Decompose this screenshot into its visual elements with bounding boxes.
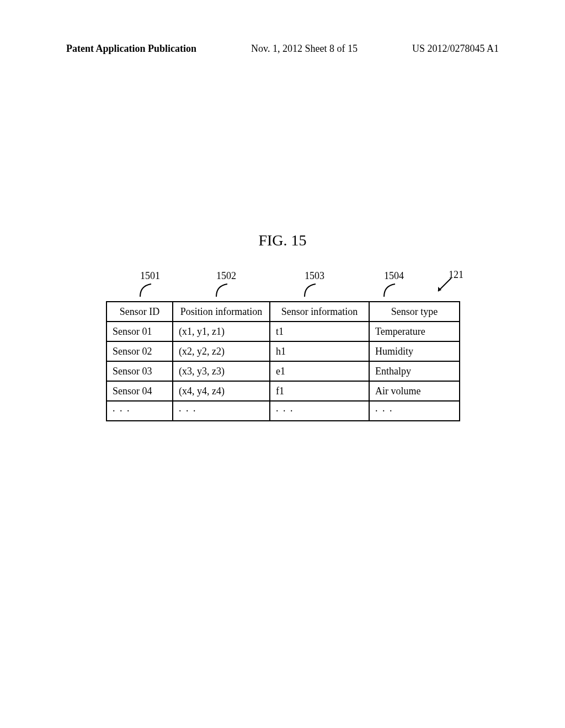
column-ref-1501: 1501 — [134, 270, 167, 282]
cell-ellipsis: · · · — [106, 401, 173, 421]
leader-line-icon — [382, 282, 404, 297]
header-publication: Patent Application Publication — [66, 43, 196, 55]
cell-position: (x4, y4, z4) — [173, 381, 270, 401]
cell-sensor-id: Sensor 04 — [106, 381, 173, 401]
table-row: Sensor 01 (x1, y1, z1) t1 Temperature — [106, 322, 460, 341]
column-ref-1504: 1504 — [377, 270, 411, 282]
arrow-icon — [435, 275, 455, 295]
leader-line-icon — [214, 282, 236, 297]
col-header-sensor-id: Sensor ID — [106, 302, 173, 322]
cell-sensor-id: Sensor 01 — [106, 322, 173, 341]
table-row: Sensor 02 (x2, y2, z2) h1 Humidity — [106, 341, 460, 361]
col-header-sensor-type: Sensor type — [369, 302, 460, 322]
column-ref-1502: 1502 — [210, 270, 243, 282]
column-reference-labels: 1501 1502 1503 1504 121 — [106, 270, 459, 301]
cell-sensor-info: t1 — [270, 322, 369, 341]
cell-ellipsis: · · · — [173, 401, 270, 421]
figure-diagram: 1501 1502 1503 1504 121 Sensor ID Posi — [106, 270, 459, 421]
table-row: Sensor 03 (x3, y3, z3) e1 Enthalpy — [106, 361, 460, 381]
cell-sensor-info: f1 — [270, 381, 369, 401]
cell-sensor-type: Air volume — [369, 381, 460, 401]
column-ref-1503: 1503 — [298, 270, 331, 282]
header-date-sheet: Nov. 1, 2012 Sheet 8 of 15 — [251, 43, 358, 55]
table-row: Sensor 04 (x4, y4, z4) f1 Air volume — [106, 381, 460, 401]
cell-position: (x1, y1, z1) — [173, 322, 270, 341]
cell-ellipsis: · · · — [369, 401, 460, 421]
leader-line-icon — [302, 282, 324, 297]
cell-position: (x2, y2, z2) — [173, 341, 270, 361]
cell-sensor-type: Humidity — [369, 341, 460, 361]
cell-ellipsis: · · · — [270, 401, 369, 421]
col-header-sensor-info: Sensor information — [270, 302, 369, 322]
cell-sensor-id: Sensor 02 — [106, 341, 173, 361]
col-header-position: Position information — [173, 302, 270, 322]
cell-sensor-info: e1 — [270, 361, 369, 381]
table-row-ellipsis: · · · · · · · · · · · · — [106, 401, 460, 421]
table-header-row: Sensor ID Position information Sensor in… — [106, 302, 460, 322]
cell-sensor-type: Temperature — [369, 322, 460, 341]
cell-sensor-info: h1 — [270, 341, 369, 361]
sensor-table: Sensor ID Position information Sensor in… — [106, 301, 460, 421]
cell-sensor-type: Enthalpy — [369, 361, 460, 381]
page-header: Patent Application Publication Nov. 1, 2… — [0, 43, 565, 55]
cell-sensor-id: Sensor 03 — [106, 361, 173, 381]
cell-position: (x3, y3, z3) — [173, 361, 270, 381]
leader-line-icon — [138, 282, 160, 297]
figure-title: FIG. 15 — [0, 232, 565, 249]
header-pub-number: US 2012/0278045 A1 — [412, 43, 499, 55]
